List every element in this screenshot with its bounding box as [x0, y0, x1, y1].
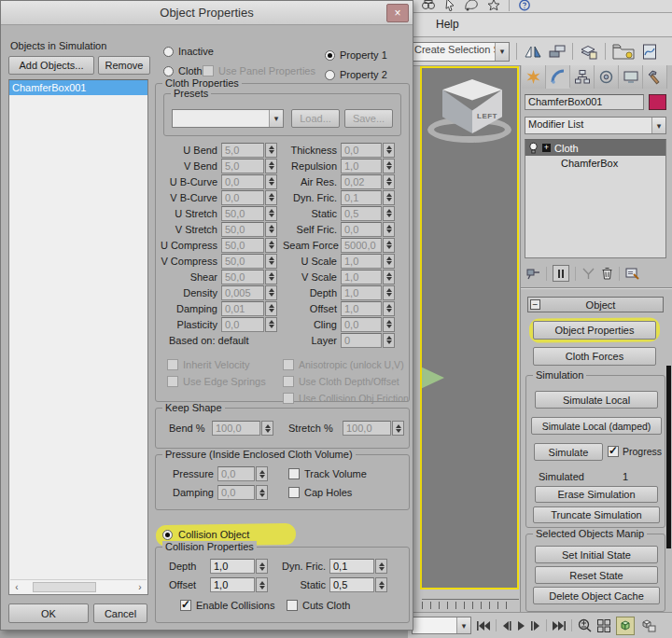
pin-stack-icon[interactable] [526, 267, 540, 280]
add-objects-button[interactable]: Add Objects... [8, 56, 94, 75]
param-field[interactable]: 0,0 [221, 190, 264, 205]
param-field[interactable]: 5,0 [221, 159, 264, 173]
spinner[interactable] [383, 317, 395, 332]
spinner[interactable] [256, 577, 268, 592]
pressure-option-checkbox[interactable] [288, 487, 300, 498]
next-frame-icon[interactable] [531, 621, 540, 631]
object-color-swatch[interactable] [649, 94, 666, 110]
spinner[interactable] [383, 301, 395, 316]
time-combo[interactable] [412, 617, 471, 634]
layer-manager-icon[interactable] [580, 44, 598, 60]
option-checkbox[interactable] [283, 393, 294, 404]
object-rollout-header[interactable]: Object [527, 297, 664, 312]
stack-row-chamferbox[interactable]: ChamferBox [525, 156, 665, 171]
checkbox-row[interactable]: Inherit Velocity [167, 356, 266, 373]
stack-row-cloth[interactable]: Cloth [525, 140, 665, 156]
spinner[interactable] [265, 206, 277, 221]
property1-radio-row[interactable]: Property 1 [325, 49, 387, 61]
cancel-button[interactable]: Cancel [93, 603, 147, 623]
param-field[interactable]: 5,0 [221, 143, 264, 158]
spinner[interactable] [383, 238, 395, 253]
spinner[interactable] [265, 285, 277, 300]
bend-field[interactable]: 100,0 [212, 421, 260, 436]
progress-checkbox[interactable] [608, 446, 619, 457]
spinner[interactable] [383, 190, 395, 205]
progress-checkbox-row[interactable]: Progress [608, 446, 662, 457]
param-field[interactable]: 0 [341, 333, 382, 348]
presets-combo[interactable] [172, 109, 284, 128]
param-field[interactable]: 0,005 [221, 285, 264, 300]
param-field[interactable]: 0,0 [341, 317, 382, 332]
scroll-thumb[interactable] [33, 582, 96, 592]
spinner[interactable] [256, 559, 268, 574]
spinner[interactable] [265, 159, 277, 173]
go-to-start-icon[interactable] [477, 621, 490, 631]
spinner[interactable] [265, 317, 277, 332]
property2-radio[interactable] [325, 70, 335, 80]
remove-button[interactable]: Remove [98, 56, 150, 75]
zoom-all-icon[interactable] [597, 619, 610, 632]
collision-param-field[interactable]: 0,1 [329, 559, 374, 574]
collision-param-field[interactable]: 1,0 [210, 577, 255, 592]
tab-utilities[interactable] [643, 65, 667, 89]
checkbox-row[interactable]: Use Collision Obj Friction [283, 390, 409, 407]
stretch-field[interactable]: 100,0 [343, 421, 391, 436]
align-icon[interactable] [549, 45, 566, 58]
tab-create[interactable] [522, 65, 546, 89]
cloth-radio-row[interactable]: Cloth [163, 65, 203, 76]
spinner[interactable] [265, 254, 277, 269]
collision-param-field[interactable]: 1,0 [210, 559, 255, 574]
tab-modify[interactable] [546, 65, 570, 89]
use-panel-properties-row[interactable]: Use Panel Properties [203, 65, 315, 76]
truncate-simulation-button[interactable]: Truncate Simulation [533, 506, 660, 523]
param-field[interactable]: 0,02 [341, 174, 382, 189]
option-checkbox[interactable] [167, 359, 178, 370]
zoom-extents-all-icon[interactable] [640, 618, 656, 632]
param-field[interactable]: 50,0 [221, 254, 264, 269]
checkbox-row[interactable]: Anisotropic (unlock U,V) [283, 356, 409, 373]
param-field[interactable]: 0,0 [341, 222, 382, 237]
param-field[interactable]: 1,0 [341, 301, 382, 316]
simulate-local-damped-button[interactable]: Simulate Local (damped) [531, 417, 662, 435]
enable-collisions-row[interactable]: Enable Collisions [180, 600, 274, 611]
mirror-icon[interactable] [524, 44, 542, 59]
scene-explorer-icon[interactable] [612, 43, 635, 60]
cloth-forces-button[interactable]: Cloth Forces [533, 347, 656, 366]
close-icon[interactable] [386, 4, 409, 22]
spinner[interactable] [383, 206, 395, 221]
param-field[interactable]: 0,01 [221, 301, 264, 316]
object-name-field[interactable]: ChamferBox001 [525, 94, 644, 110]
cuts-cloth-checkbox[interactable] [287, 600, 298, 611]
select-by-name-icon[interactable] [421, 0, 436, 11]
remove-modifier-icon[interactable] [601, 267, 613, 280]
spinner[interactable] [265, 238, 277, 253]
spinner[interactable] [265, 270, 277, 284]
cloth-radio[interactable] [163, 66, 174, 76]
simulate-local-button[interactable]: Simulate Local [535, 391, 658, 409]
param-field[interactable]: 0,0 [221, 317, 264, 332]
load-button[interactable]: Load... [291, 109, 340, 128]
scroll-right-icon[interactable]: › [133, 582, 147, 592]
panel-scrollbar[interactable] [666, 366, 671, 548]
collision-object-radio-row[interactable]: Collision Object [162, 529, 249, 540]
chevron-down-icon[interactable] [269, 110, 283, 127]
spinner[interactable] [383, 159, 395, 173]
viewport[interactable]: LEFT [420, 66, 519, 589]
named-selection-set-combo[interactable]: Create Selection Se [411, 42, 510, 62]
param-field[interactable]: 1,0 [341, 285, 382, 300]
option-checkbox[interactable] [283, 376, 294, 387]
spinner[interactable] [383, 333, 395, 348]
spinner[interactable] [265, 301, 277, 316]
lasso-select-icon[interactable] [464, 0, 479, 11]
ok-button[interactable]: OK [8, 603, 89, 623]
param-field[interactable]: 0,5 [341, 206, 382, 221]
pressure-param-field[interactable]: 0,0 [217, 466, 255, 481]
param-field[interactable]: 1,0 [341, 159, 382, 173]
enable-collisions-checkbox[interactable] [180, 600, 191, 611]
spinner[interactable] [256, 466, 268, 481]
option-checkbox[interactable] [167, 376, 178, 387]
param-field[interactable]: 1,0 [341, 270, 382, 284]
spinner[interactable] [375, 559, 387, 574]
modifier-list-combo[interactable]: Modifier List [525, 117, 666, 134]
param-field[interactable]: 5000,0 [341, 238, 382, 253]
